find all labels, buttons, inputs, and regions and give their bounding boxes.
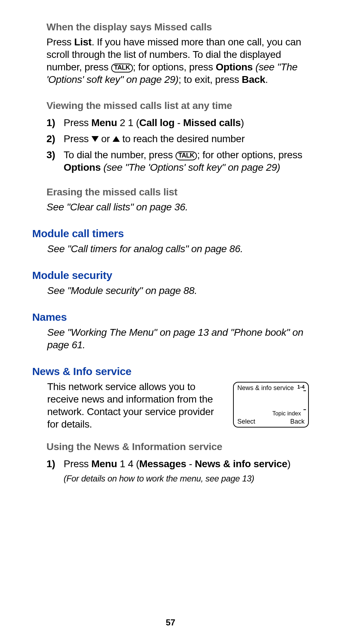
menu-news-info: News & info service [195,458,287,469]
step-item: 2) Press or to reach the desired number [46,133,309,145]
key-options: Options [216,61,253,73]
screen-topic: Topic index [272,410,301,417]
news-intro-row: This network service allows you to recei… [32,380,309,441]
step-marker: 1) [46,116,55,129]
text-seg: ) [287,458,291,469]
text-seg: 1 4 ( [117,458,139,469]
ref-clear-call-lists: See "Clear call lists" on page 36. [46,201,309,213]
screen-softkey-select: Select [237,418,255,425]
step-marker: 3) [46,149,55,161]
text-seg: Press [64,117,92,128]
talk-icon: TALK [176,151,197,160]
scrollbar-icon [304,390,305,410]
screen-index: 1-4 [297,384,305,390]
heading-names: Names [32,311,309,323]
key-options: Options [64,162,101,173]
text-seg: . [265,74,268,85]
heading-module-security: Module security [32,269,309,281]
heading-viewing-missed: Viewing the missed calls list at any tim… [46,100,309,111]
ref-call-timers: See "Call timers for analog calls" on pa… [32,243,309,255]
arrow-down-icon [92,136,99,142]
step-item: 1) Press Menu 1 4 (Messages - News & inf… [46,458,309,470]
step-footnote: (For details on how to work the menu, se… [46,474,309,484]
heading-using-news: Using the News & Information service [46,441,309,453]
ref-names: See "Working The Menu" on page 13 and "P… [32,326,309,351]
text-seg: ; for options, press [133,61,216,73]
key-menu: Menu [92,117,117,128]
key-list: List [74,36,92,48]
text-seg: Press [64,458,92,469]
step-marker: 2) [46,133,55,145]
key-back: Back [242,74,265,85]
text-seg: ; to exit, press [178,74,242,85]
steps-viewing-missed: 1) Press Menu 2 1 (Call log - Missed cal… [46,116,309,174]
menu-call-log: Call log [139,117,174,128]
screen-softkey-back: Back [290,418,305,425]
page-number: 57 [0,618,341,628]
news-intro-text: This network service allows you to recei… [47,380,227,430]
manual-page: When the display says Missed calls Press… [0,0,341,644]
text-seg: - [174,117,183,128]
paragraph-missed-calls: Press List. If you have missed more than… [46,36,309,86]
text-seg: or [99,133,113,144]
text-seg: to reach the desired number [120,133,245,144]
heading-news-info: News & Info service [32,365,309,378]
text-seg: 2 1 ( [117,117,139,128]
ref-module-security: See "Module security" on page 88. [32,284,309,297]
text-seg: To dial the number, press [64,149,176,160]
menu-missed-calls: Missed calls [183,117,241,128]
text-seg: Press [64,133,92,144]
heading-missed-calls-display: When the display says Missed calls [46,21,309,33]
news-steps-area: Using the News & Information service 1) … [32,441,309,484]
content-area: When the display says Missed calls Press… [32,21,309,213]
text-seg: ) [241,117,244,128]
key-menu: Menu [92,458,117,469]
ref-options-softkey: (see "The 'Options' soft key" on page 29… [101,162,280,173]
steps-using-news: 1) Press Menu 1 4 (Messages - News & inf… [46,458,309,470]
heading-erasing-missed: Erasing the missed calls list [46,186,309,198]
screen-title: News & info service [237,385,294,392]
text-seg: Press [46,36,74,48]
heading-emph: Missed calls [154,21,212,33]
menu-messages: Messages [139,458,186,469]
talk-icon: TALK [111,64,133,73]
heading-text: When the display says [46,21,154,33]
step-item: 1) Press Menu 2 1 (Call log - Missed cal… [46,116,309,129]
step-marker: 1) [46,458,55,470]
text-seg: - [186,458,195,469]
arrow-up-icon [113,136,120,142]
heading-module-call-timers: Module call timers [32,228,309,240]
step-item: 3) To dial the number, press TALK; for o… [46,149,309,174]
text-seg: ; for other options, press [197,149,302,160]
phone-screen-illustration: News & info service 1-4 Topic index Sele… [233,382,309,428]
